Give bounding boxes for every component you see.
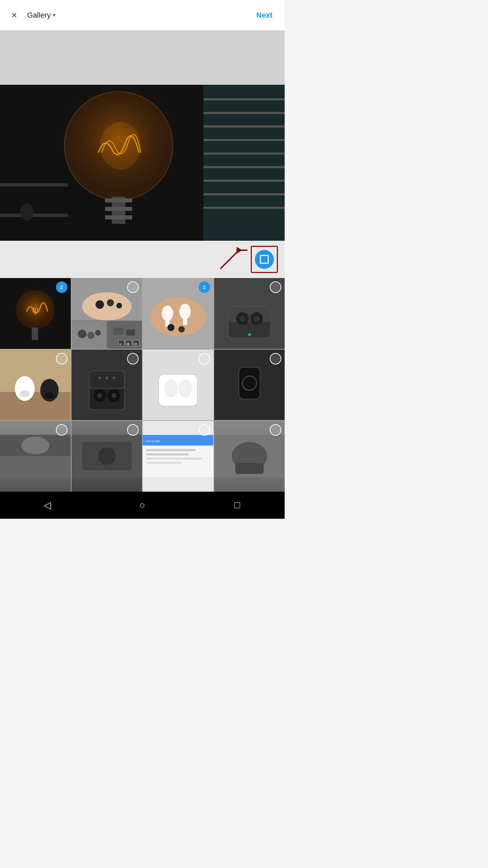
selection-badge-empty-6: [127, 353, 139, 364]
crop-tool-area: [0, 241, 285, 278]
selection-badge-empty-4: [270, 281, 281, 293]
thumbnail-2[interactable]: ∞ ⊞ ⊟: [72, 278, 142, 349]
svg-text:⊟: ⊟: [134, 342, 137, 346]
thumbnail-1[interactable]: φ 2: [0, 278, 71, 349]
svg-point-33: [116, 303, 122, 309]
svg-rect-7: [203, 166, 285, 168]
selection-badge-1: 1: [199, 281, 210, 293]
red-arrow-icon: [220, 247, 247, 271]
svg-rect-6: [203, 153, 285, 155]
svg-rect-105: [235, 463, 263, 474]
svg-rect-19: [0, 214, 68, 217]
svg-rect-78: [159, 374, 198, 406]
svg-point-66: [45, 392, 54, 399]
icon-filter: ⊟: [133, 340, 139, 346]
back-button[interactable]: ◁: [40, 498, 55, 513]
svg-text:φ: φ: [32, 304, 39, 315]
svg-point-20: [20, 203, 34, 220]
svg-point-39: [95, 330, 101, 336]
svg-marker-23: [237, 247, 242, 254]
svg-point-59: [253, 316, 259, 322]
thumbnail-12[interactable]: [214, 421, 285, 492]
svg-rect-9: [203, 193, 285, 195]
preview-image: [0, 85, 285, 241]
recent-apps-button[interactable]: □: [230, 498, 245, 513]
svg-rect-8: [203, 180, 285, 182]
svg-point-37: [78, 330, 86, 338]
next-button[interactable]: Next: [251, 8, 278, 22]
svg-point-49: [179, 304, 190, 319]
svg-point-51: [167, 324, 175, 331]
photo-grid: φ 2 ∞: [0, 278, 285, 492]
selection-badge-empty-10: [127, 424, 139, 436]
selection-badge-empty-11: [199, 424, 210, 436]
svg-rect-4: [203, 125, 285, 127]
main-preview-area: [0, 31, 285, 241]
thumbnail-9[interactable]: [0, 421, 71, 492]
svg-rect-99: [146, 449, 196, 451]
svg-rect-5: [203, 139, 285, 141]
icon-infinity: ∞: [118, 340, 124, 346]
svg-rect-40: [113, 328, 124, 335]
svg-rect-50: [183, 319, 187, 325]
selection-badge-empty-2: [127, 281, 139, 293]
svg-rect-15: [105, 198, 132, 202]
home-button[interactable]: ○: [135, 498, 150, 513]
svg-text:⊞: ⊞: [127, 342, 129, 346]
chevron-down-icon: ▾: [53, 12, 56, 18]
svg-rect-18: [0, 183, 68, 186]
svg-rect-17: [105, 215, 132, 219]
thumbnail-5[interactable]: [0, 350, 71, 420]
svg-rect-102: [146, 462, 181, 464]
selection-badge-empty-7: [199, 353, 210, 364]
thumbnail-4[interactable]: [214, 278, 285, 349]
svg-rect-101: [146, 457, 203, 459]
svg-rect-1: [203, 85, 285, 241]
thumbnail-8[interactable]: [214, 350, 285, 420]
svg-rect-10: [203, 207, 285, 209]
svg-point-71: [97, 393, 102, 398]
svg-point-80: [179, 380, 191, 397]
crop-resize-button[interactable]: [251, 246, 278, 273]
svg-point-47: [162, 305, 173, 321]
selection-badge-empty-5: [56, 353, 67, 364]
selection-badge-2: 2: [56, 281, 67, 293]
svg-point-64: [20, 390, 29, 397]
svg-rect-41: [126, 329, 135, 336]
thumbnail-10[interactable]: [72, 421, 142, 492]
close-button[interactable]: ×: [7, 8, 22, 23]
selection-badge-empty-12: [270, 424, 281, 436]
crop-square-inner: [260, 255, 269, 264]
svg-point-73: [111, 393, 116, 398]
svg-rect-100: [146, 453, 188, 455]
svg-rect-16: [105, 207, 132, 211]
svg-point-30: [82, 292, 131, 320]
svg-point-38: [87, 332, 94, 339]
gallery-title[interactable]: Gallery ▾: [27, 11, 56, 20]
svg-text:On ly Dat: On ly Dat: [146, 439, 159, 443]
svg-line-21: [220, 250, 239, 269]
thumbnail-7[interactable]: [143, 350, 214, 420]
header-left: × Gallery ▾: [7, 8, 56, 23]
svg-text:∞: ∞: [119, 342, 122, 346]
svg-point-79: [165, 380, 178, 397]
svg-point-32: [107, 299, 114, 307]
svg-point-52: [178, 326, 185, 333]
svg-point-46: [150, 297, 206, 336]
selection-badge-empty-9: [56, 424, 67, 436]
svg-point-31: [95, 300, 104, 309]
svg-point-75: [105, 376, 108, 379]
bulb-illustration: [0, 85, 285, 241]
svg-point-58: [240, 316, 245, 322]
thumbnail-6[interactable]: [72, 350, 142, 420]
svg-point-95: [98, 447, 116, 465]
thumbnail-3[interactable]: 1: [143, 278, 214, 349]
crop-circle-icon: [255, 250, 274, 269]
svg-rect-3: [203, 112, 285, 114]
svg-point-92: [21, 437, 49, 454]
svg-rect-2: [203, 98, 285, 100]
thumbnail-11[interactable]: On ly Dat: [143, 421, 214, 492]
svg-point-60: [248, 333, 251, 336]
preview-top-gray: [0, 31, 285, 85]
svg-rect-69: [89, 371, 124, 388]
